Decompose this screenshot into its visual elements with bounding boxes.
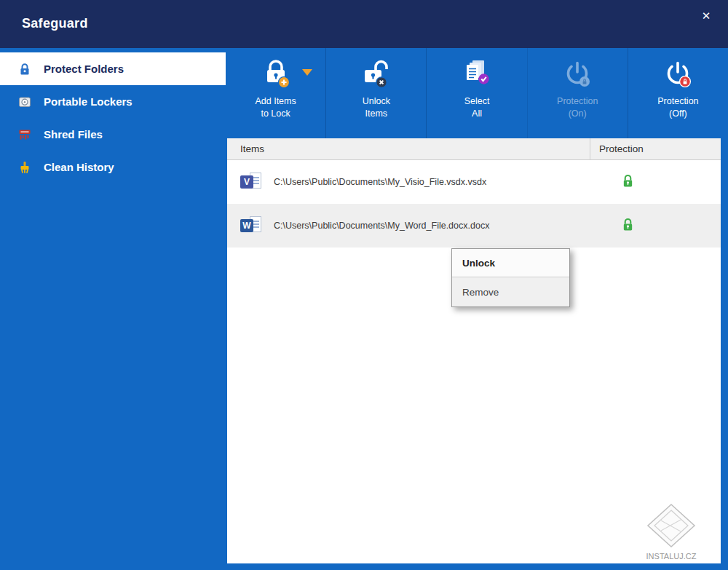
shredder-icon — [17, 127, 32, 142]
unlock-icon — [360, 58, 392, 91]
power-off-icon — [662, 58, 694, 91]
toolbar-button-label: Protection (On) — [557, 95, 598, 120]
add-items-to-lock-button[interactable]: Add Items to Lock — [226, 48, 325, 138]
sidebar-item-label: Protect Folders — [44, 63, 124, 75]
toolbar-button-label: Select All — [464, 95, 490, 120]
column-header-items: Items — [227, 138, 590, 159]
sidebar-item-label: Portable Lockers — [44, 95, 132, 108]
sidebar-item-portable-lockers[interactable]: Portable Lockers — [0, 85, 226, 118]
toolbar: Add Items to Lock Unlock — [226, 48, 728, 138]
power-on-icon — [561, 58, 593, 91]
green-lock-icon — [622, 224, 634, 234]
unlock-items-button[interactable]: Unlock Items — [325, 48, 426, 138]
brush-icon — [17, 160, 32, 175]
context-menu-item-unlock[interactable]: Unlock — [452, 249, 569, 277]
sidebar-item-shred-files[interactable]: Shred Files — [0, 118, 226, 151]
file-path: C:\Users\Public\Documents\My_Word_File.d… — [274, 221, 489, 231]
watermark-label: INSTALUJ.CZ — [630, 552, 712, 561]
table-row[interactable]: V C:\Users\Public\Documents\My_Visio_Fil… — [227, 160, 721, 204]
table-header: Items Protection — [227, 138, 721, 160]
padlock-icon — [17, 62, 32, 76]
protection-on-button: Protection (On) — [527, 48, 628, 138]
lock-add-icon — [260, 58, 292, 91]
green-lock-icon — [622, 181, 634, 191]
app-title: Safeguard — [22, 16, 88, 31]
word-file-icon: W — [240, 216, 264, 235]
context-menu-item-remove[interactable]: Remove — [452, 277, 569, 306]
toolbar-button-label: Protection (Off) — [657, 95, 698, 120]
context-menu: Unlock Remove — [451, 248, 570, 307]
safeguard-window: Safeguard ✕ Protect Folders P — [0, 0, 728, 570]
dropdown-arrow-icon[interactable] — [302, 69, 312, 76]
watermark: INSTALUJ.CZ — [630, 503, 712, 561]
file-path: C:\Users\Public\Documents\My_Visio_File.… — [274, 177, 486, 187]
locker-icon — [17, 95, 32, 109]
close-icon[interactable]: ✕ — [697, 7, 715, 25]
logo-diamond-icon — [645, 538, 697, 550]
visio-file-icon: V — [240, 173, 264, 191]
column-header-protection: Protection — [590, 138, 721, 159]
toolbar-button-label: Add Items to Lock — [255, 95, 296, 120]
sidebar: Protect Folders Portable Lockers — [0, 48, 226, 570]
sidebar-item-clean-history[interactable]: Clean History — [0, 151, 226, 183]
sidebar-item-label: Shred Files — [44, 128, 103, 140]
toolbar-button-label: Unlock Items — [363, 95, 390, 120]
protection-off-button[interactable]: Protection (Off) — [628, 48, 728, 138]
table-row[interactable]: W C:\Users\Public\Documents\My_Word_File… — [227, 204, 721, 248]
titlebar: Safeguard ✕ — [0, 0, 728, 48]
sidebar-item-label: Clean History — [44, 161, 114, 173]
items-panel: Items Protection V C:\Users\Public\Docum… — [227, 138, 721, 563]
select-all-icon — [461, 58, 493, 91]
select-all-button[interactable]: Select All — [426, 48, 526, 138]
sidebar-item-protect-folders[interactable]: Protect Folders — [0, 52, 226, 85]
